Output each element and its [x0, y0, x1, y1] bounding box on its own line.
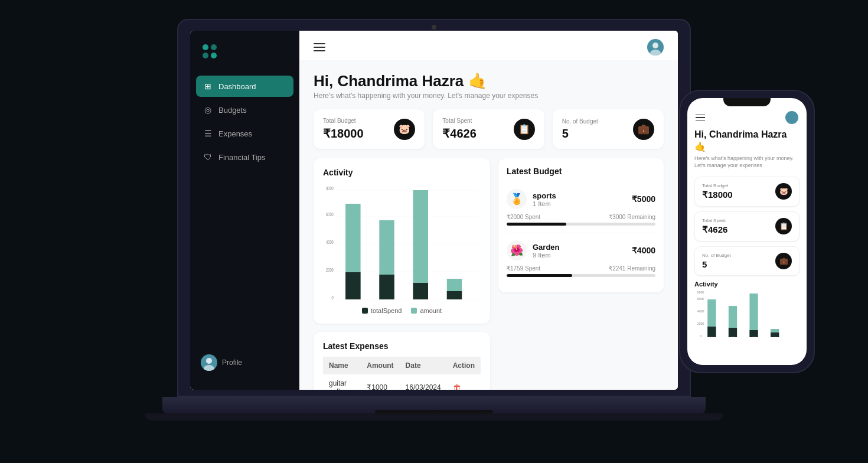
sidebar-logo: [190, 43, 299, 76]
sidebar-nav: ⊞ Dashboard ◎ Budgets ☰ Expenses 🛡: [190, 76, 299, 347]
legend-totalspend: totalSpend: [362, 307, 402, 314]
bar-sports-spend: [345, 272, 360, 299]
budget-spent-sports: ₹2000 Spent: [507, 214, 540, 220]
budget-emoji-sports: 🏅: [507, 189, 527, 209]
hamburger-line-1: [314, 43, 325, 44]
budget-remaining-garden: ₹2241 Remaining: [609, 265, 655, 272]
activity-title: Activity: [323, 168, 481, 177]
budget-progress-labels-sports: ₹2000 Spent ₹3000 Remaining: [507, 214, 655, 220]
budget-remaining-sports: ₹3000 Remaining: [609, 214, 655, 220]
svg-point-5: [204, 365, 214, 371]
profile-label: Profile: [222, 358, 242, 367]
delete-button[interactable]: 🗑: [453, 383, 461, 390]
svg-point-6: [652, 43, 658, 48]
svg-text:Car: Car: [773, 335, 776, 338]
phone-stat-num-budget: No. of Budget 5 💼: [694, 246, 800, 276]
hamburger-line-3: [314, 50, 325, 51]
budget-amount-garden: ₹4000: [632, 246, 655, 255]
stat-card-total-budget: Total Budget ₹18000 🐷: [314, 109, 425, 149]
financial-tips-icon: 🛡: [203, 152, 213, 162]
laptop-stand: [145, 413, 723, 420]
svg-text:0: 0: [332, 295, 334, 301]
phone-hamburger-line-2: [696, 117, 705, 118]
profile-button[interactable]: Profile: [190, 347, 299, 378]
budget-amount-sports: ₹5000: [632, 194, 655, 204]
expenses-title: Latest Expenses: [323, 341, 481, 351]
col-amount: Amount: [361, 357, 399, 374]
laptop-screen: ⊞ Dashboard ◎ Budgets ☰ Expenses 🛡: [177, 19, 691, 397]
svg-point-4: [206, 358, 212, 364]
phone-stat-value-spent: ₹4626: [702, 224, 727, 235]
stat-value-num-budget: 5: [562, 127, 598, 141]
right-column: Latest Budget 🏅 sports 1 Item: [498, 158, 664, 390]
laptop-base: [162, 397, 706, 413]
budget-spent-garden: ₹1759 Spent: [507, 265, 540, 272]
dashboard-icon: ⊞: [203, 81, 213, 91]
phone-content: Hi, Chandrima Hazra 🤙 Here's what's happ…: [687, 129, 807, 365]
sidebar-item-label: Dashboard: [218, 82, 256, 91]
phone-hamburger-line-3: [696, 120, 705, 121]
expenses-table: Name Amount Date Action: [323, 357, 481, 390]
budget-item-garden: 🌺 Garden 9 Item ₹4000: [507, 233, 655, 284]
phone-notch: [723, 98, 771, 106]
phone-hamburger[interactable]: [696, 115, 705, 121]
phone-stat-label-budget: Total Budget: [702, 183, 733, 188]
svg-text:Gard: Gard: [730, 335, 735, 338]
progress-bar-fill-garden: [507, 274, 572, 277]
sidebar-item-dashboard[interactable]: ⊞ Dashboard: [196, 76, 293, 97]
sidebar-item-expenses[interactable]: ☰ Expenses: [196, 123, 293, 144]
budget-section-title: Latest Budget: [507, 167, 655, 176]
greeting-subtitle: Here's what's happening with your money.…: [314, 92, 664, 100]
expenses-icon: ☰: [203, 129, 213, 138]
sidebar-item-label: Financial Tips: [218, 153, 265, 162]
legend-amount: amount: [411, 307, 442, 314]
sidebar-item-budgets[interactable]: ◎ Budgets: [196, 99, 293, 120]
svg-point-3: [211, 53, 217, 58]
phone-bezel: Hi, Chandrima Hazra 🤙 Here's what's happ…: [679, 90, 815, 373]
sidebar-item-label: Expenses: [218, 129, 252, 138]
phone-avatar: [785, 111, 798, 124]
phone-greeting-sub: Here's what's happening with your money.…: [694, 155, 800, 169]
sidebar-item-label: Budgets: [218, 106, 247, 115]
expense-amount: ₹1000: [361, 374, 399, 390]
laptop-camera: [432, 25, 436, 30]
bar-garden-spend: [379, 275, 394, 299]
stat-icon-num-budget: 💼: [633, 119, 654, 140]
phone-greeting: Hi, Chandrima Hazra 🤙: [694, 129, 800, 154]
laptop-inner: ⊞ Dashboard ◎ Budgets ☰ Expenses 🛡: [190, 31, 678, 390]
phone-stat-label-num: No. of Budget: [702, 253, 731, 258]
budget-progress-labels-garden: ₹1759 Spent ₹2241 Remaining: [507, 265, 655, 272]
phone-activity-chart: 0 2000 4000 6000 8000 sports Gard: [694, 291, 800, 338]
phone-stat-info-budget: Total Budget ₹18000: [702, 183, 733, 200]
main-content: Hi, Chandrima Hazra 🤙 Here's what's happ…: [299, 31, 678, 390]
svg-text:8000: 8000: [326, 185, 334, 192]
sidebar: ⊞ Dashboard ◎ Budgets ☰ Expenses 🛡: [190, 31, 299, 390]
chart-area: 0 2000 4000 6000 8000: [323, 184, 481, 314]
table-row: guitar pull ₹1000 16/03/2024 🗑: [323, 374, 481, 390]
budget-item-left-garden: 🌺 Garden 9 Item: [507, 240, 560, 260]
expense-date: 16/03/2024: [400, 374, 447, 390]
stat-label-spent: Total Spent: [442, 118, 477, 124]
phone: Hi, Chandrima Hazra 🤙 Here's what's happ…: [679, 90, 815, 373]
budgets-icon: ◎: [203, 105, 213, 115]
legend-label-totalspend: totalSpend: [371, 307, 402, 314]
left-column: Activity 0 2000 4000 6000 8: [314, 158, 490, 390]
activity-chart: 0 2000 4000 6000 8000: [323, 184, 481, 302]
budget-details-garden: Garden 9 Item: [533, 243, 560, 259]
svg-point-0: [203, 44, 208, 50]
hamburger-menu[interactable]: [314, 43, 325, 51]
progress-bar-bg-sports: [507, 223, 655, 226]
phone-stat-spent: Total Spent ₹4626 📋: [694, 211, 800, 242]
budget-item-header-garden: 🌺 Garden 9 Item ₹4000: [507, 240, 655, 260]
svg-text:0: 0: [700, 334, 701, 337]
user-avatar-topbar[interactable]: [647, 39, 664, 56]
phone-stat-value-num: 5: [702, 259, 731, 269]
svg-text:2000: 2000: [697, 321, 704, 325]
sidebar-item-financial-tips[interactable]: 🛡 Financial Tips: [196, 146, 293, 168]
laptop: ⊞ Dashboard ◎ Budgets ☰ Expenses 🛡: [177, 19, 691, 444]
svg-text:sports: sports: [709, 335, 715, 338]
content-area: Hi, Chandrima Hazra 🤙 Here's what's happ…: [299, 60, 678, 390]
budget-card: Latest Budget 🏅 sports 1 Item: [498, 158, 664, 292]
budget-count-sports: 1 Item: [533, 200, 556, 207]
stat-info-budget: Total Budget ₹18000: [323, 118, 364, 141]
